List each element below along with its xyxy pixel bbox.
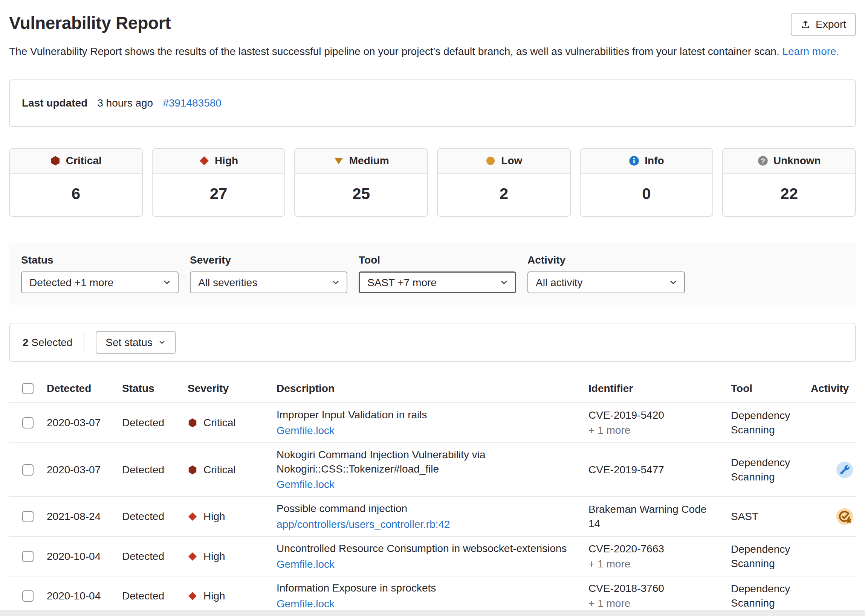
tool-filter-dropdown[interactable]: SAST +7 more [359,272,516,293]
severity-card-header: Critical [10,149,142,174]
severity-critical-icon [187,418,197,428]
severity-info-icon [629,156,639,166]
last-updated-label: Last updated [22,96,87,110]
horizontal-scrollbar[interactable] [0,610,865,616]
selection-bar: 2 Selected Set status [9,323,856,362]
severity-unknown-icon: ? [758,156,768,166]
severity-card-label: Critical [66,154,102,168]
page-header: Vulnerability Report Export [9,13,856,36]
identifier-more: + 1 more [588,557,714,571]
identifier-cell: Brakeman Warning Code 14 [588,502,731,531]
vulnerability-title[interactable]: Uncontrolled Resource Consumption in web… [277,541,574,556]
severity-card-count: 6 [10,174,142,216]
chevron-down-icon [331,278,340,287]
vulnerability-table: Detected Status Severity Description Ide… [9,376,856,616]
pipeline-link[interactable]: #391483580 [163,96,222,110]
export-button-label: Export [816,18,846,31]
severity-label: High [203,509,225,524]
status-cell: Detected [122,416,187,430]
row-checkbox[interactable] [22,590,33,602]
vulnerability-report-page: Vulnerability Report Export The Vulnerab… [0,0,865,616]
status-cell: Detected [122,463,187,477]
severity-card-label: Medium [349,154,389,168]
identifier-cell: CVE-2018-3760 + 1 more [588,581,731,611]
table-row[interactable]: 2021-08-24 Detected High Possible comman… [9,497,856,537]
identifier-primary: CVE-2019-5477 [588,463,714,477]
svg-text:?: ? [761,157,765,165]
vulnerability-title[interactable]: Improper Input Validation in rails [277,408,574,422]
set-status-button[interactable]: Set status [96,331,176,354]
table-row[interactable]: 2020-03-07 Detected Critical Nokogiri Co… [9,443,856,497]
table-header-row: Detected Status Severity Description Ide… [9,376,856,403]
export-icon [800,20,810,29]
severity-card-header: Info [581,149,713,174]
severity-card-count: 22 [723,174,855,216]
severity-cell: Critical [187,416,277,430]
row-checkbox[interactable] [22,551,33,562]
last-updated-box: Last updated 3 hours ago #391483580 [9,79,856,127]
severity-critical-icon [187,465,197,475]
identifier-primary: CVE-2018-3760 [588,581,714,596]
severity-cards: Critical 6 High 27 Medium 25 [9,148,856,217]
table-row[interactable]: 2020-10-04 Detected High Uncontrolled Re… [9,537,856,577]
activity-filter-value: All activity [536,276,583,290]
vulnerability-title[interactable]: Nokogiri Command Injection Vulnerability… [277,448,574,476]
severity-high-icon [199,156,210,166]
learn-more-link[interactable]: Learn more. [782,46,839,57]
location-link[interactable]: Gemfile.lock [277,424,334,438]
severity-high-icon [187,552,197,561]
header-activity: Activity [811,382,856,396]
row-checkbox[interactable] [22,511,33,522]
vertical-divider [84,332,84,353]
severity-card-count: 25 [295,174,427,216]
severity-card-medium: Medium 25 [294,148,428,217]
chevron-down-icon [499,278,509,287]
severity-high-icon [187,512,197,522]
filter-severity: Severity All severities [190,253,347,294]
location-link[interactable]: Gemfile.lock [277,597,334,611]
identifier-primary: CVE-2020-7663 [588,542,714,556]
description-cell: Nokogiri Command Injection Vulnerability… [277,448,588,492]
detected-cell: 2020-10-04 [47,549,122,564]
description-cell: Improper Input Validation in rails Gemfi… [277,408,588,438]
chevron-down-icon [158,338,166,346]
export-button[interactable]: Export [791,13,856,36]
severity-card-low: Low 2 [437,148,571,217]
activity-filter-dropdown[interactable]: All activity [528,272,685,293]
vulnerability-title[interactable]: Information Exposure in sprockets [277,581,574,595]
tool-cell: SAST [731,509,811,524]
severity-cell: Critical [187,463,277,477]
page-subtitle: The Vulnerability Report shows the resul… [9,44,856,59]
location-link[interactable]: Gemfile.lock [277,557,334,572]
severity-card-critical: Critical 6 [9,148,143,217]
last-updated-time: 3 hours ago [97,96,153,110]
set-status-label: Set status [106,336,153,349]
severity-filter-dropdown[interactable]: All severities [190,272,347,293]
row-checkbox[interactable] [22,417,33,429]
detected-cell: 2020-03-07 [47,463,122,477]
location-link[interactable]: app/controllers/users_controller.rb:42 [277,517,450,532]
header-description: Description [277,382,588,396]
table-row[interactable]: 2020-03-07 Detected Critical Improper In… [9,403,856,443]
tool-cell: Dependency Scanning [731,456,811,484]
filter-label: Severity [190,253,347,267]
selection-count-label: Selected [31,336,72,348]
status-filter-dropdown[interactable]: Detected +1 more [21,272,178,293]
identifier-primary: Brakeman Warning Code 14 [588,502,714,531]
false-positive-icon [837,508,853,525]
severity-label: Critical [203,416,236,430]
identifier-cell: CVE-2020-7663 + 1 more [588,542,731,571]
severity-card-label: Unknown [774,154,821,168]
severity-card-label: Info [644,154,664,168]
severity-medium-icon [333,156,344,166]
severity-card-count: 2 [438,174,570,216]
location-link[interactable]: Gemfile.lock [277,478,334,492]
vulnerability-title[interactable]: Possible command injection [277,501,574,516]
header-status: Status [122,382,187,396]
row-checkbox[interactable] [22,464,33,476]
header-severity: Severity [187,382,277,396]
severity-card-high: High 27 [152,148,285,217]
select-all-checkbox[interactable] [22,383,33,394]
detected-cell: 2021-08-24 [47,509,122,524]
severity-high-icon [187,591,197,601]
